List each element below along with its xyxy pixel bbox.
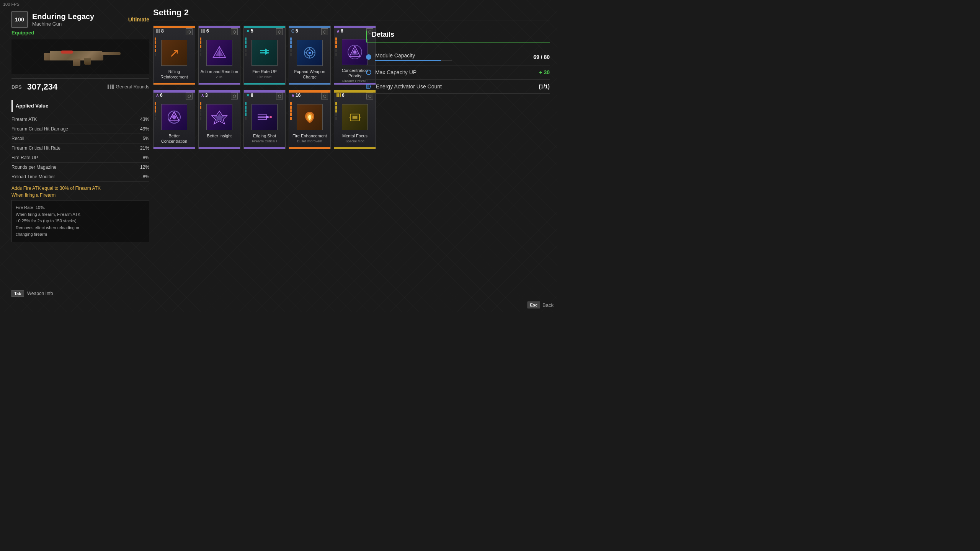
- dps-label: DPS: [11, 84, 22, 90]
- ammo-type: General Rounds: [108, 84, 149, 90]
- module-icon-area: [160, 103, 188, 131]
- stat-row: Firearm ATK 43%: [11, 115, 149, 124]
- gun-shape: [42, 45, 119, 68]
- module-capacity-indicator: ✕ 8: [246, 93, 253, 98]
- module-capacity-label: Module Capacity: [375, 52, 452, 59]
- module-capacity-indicator: ∧ 16: [291, 93, 301, 98]
- module-type-icon: ⬡: [321, 93, 328, 99]
- module-type-icon: ⬡: [186, 28, 193, 35]
- module-fire-rate-up[interactable]: ✕ 5 ⬡ Fire Rate UP Fire Rate: [243, 26, 286, 85]
- main-content: Setting 2 8 ⬡: [153, 8, 550, 305]
- svg-rect-31: [353, 116, 357, 119]
- max-capacity-value: + 30: [539, 69, 550, 75]
- weapon-tier: Ultimate: [128, 16, 149, 23]
- weapon-info-label: Weapon Info: [27, 291, 53, 296]
- gun-barrel: [101, 52, 121, 55]
- module-capacity-indicator: 6: [201, 28, 209, 34]
- module-category: Fire Rate: [256, 75, 273, 79]
- module-capacity-row: Module Capacity 69 / 80: [366, 49, 550, 65]
- ammo-type-label: General Rounds: [116, 84, 149, 90]
- module-icon-area: [296, 39, 323, 67]
- module-category: Bullet Improvem: [296, 139, 323, 143]
- module-capacity-indicator: 6: [336, 93, 345, 98]
- module-icon-area: [206, 103, 233, 131]
- svg-marker-27: [266, 115, 269, 119]
- module-energy-bars: [155, 102, 156, 120]
- module-capacity-indicator: ✕ 5: [246, 28, 253, 34]
- module-type-icon: ⬡: [186, 93, 193, 99]
- module-type-icon: ⬡: [321, 28, 328, 35]
- module-icon-area: [341, 39, 369, 65]
- dps-row: DPS 307,234 General Rounds: [11, 78, 149, 95]
- svg-point-9: [309, 52, 311, 54]
- weapon-image: [11, 39, 149, 74]
- weapon-header: 100 Enduring Legacy Machine Gun Ultimate: [11, 11, 149, 28]
- module-energy-bars: [155, 37, 156, 56]
- weapon-info-hint: Tab Weapon Info: [11, 290, 53, 297]
- module-icon-area: [251, 103, 278, 131]
- fps-counter: 100 FPS: [3, 2, 20, 7]
- setting-title: Setting 2: [153, 8, 550, 21]
- energy-activator-value: (1/1): [539, 83, 550, 90]
- energy-activator-icon: [366, 83, 372, 90]
- gun-mag: [84, 58, 91, 65]
- max-capacity-label: Max Capacity UP: [375, 69, 416, 75]
- module-type-icon: ⬡: [276, 93, 283, 99]
- module-edging-shot[interactable]: ✕ 8 ⬡ Edging Shot Firearm Critical I: [243, 90, 286, 149]
- dps-value: 307,234: [27, 82, 58, 92]
- module-energy-bars: [290, 102, 292, 120]
- module-icon-area: [341, 103, 369, 131]
- energy-activator-row: Energy Activator Use Count (1/1): [366, 80, 550, 94]
- module-capacity-indicator: C 5: [291, 28, 298, 34]
- module-energy-bars: [245, 102, 247, 120]
- module-rifling-reinforcement[interactable]: 8 ⬡ ↗ Rifling Reinforcement: [153, 26, 195, 85]
- module-name: Better Insight: [206, 133, 234, 139]
- module-action-reaction[interactable]: 6 ⬡ Action and Reaction ATK: [198, 26, 240, 85]
- module-mental-focus[interactable]: 6 ⬡ Mental Focus Special Mod: [334, 90, 376, 149]
- module-name: Rifling Reinforcement: [154, 69, 195, 80]
- module-category: Special Mod: [344, 139, 366, 143]
- module-better-concentration[interactable]: ∧ 6 ⬡ Better Concentration: [153, 90, 195, 149]
- gun-handle: [73, 59, 80, 66]
- energy-activator-label: Energy Activator Use Count: [376, 83, 442, 90]
- details-panel: Details Module Capacity 69 / 80 Max Capa…: [366, 31, 550, 94]
- stat-row: Rounds per Magazine 12%: [11, 163, 149, 172]
- capacity-bar-container: [375, 60, 452, 61]
- svg-point-28: [270, 116, 272, 118]
- applied-value-header: Applied Value: [11, 100, 149, 112]
- module-capacity-value: 69 / 80: [533, 54, 550, 60]
- module-energy-bars: [335, 102, 337, 120]
- module-better-insight[interactable]: ∧ 3 ⬡ Better Insight: [198, 90, 240, 149]
- module-category: Firearm Critical I: [341, 79, 369, 83]
- module-capacity-indicator: ∧ 6: [156, 93, 163, 98]
- module-energy-bars: [245, 37, 247, 56]
- module-energy-bars: [200, 102, 201, 120]
- gun-accent: [61, 51, 73, 54]
- capacity-bar-fill: [375, 60, 441, 61]
- fire-description: Fire Rate -10%. When firing a firearm, F…: [11, 200, 149, 242]
- equipped-label: Equipped: [11, 30, 149, 36]
- details-title: Details: [366, 31, 550, 42]
- module-type-icon: ⬡: [231, 93, 238, 99]
- module-capacity-indicator: ∧ 6: [336, 28, 343, 34]
- module-capacity-indicator: ∧ 3: [201, 93, 208, 98]
- module-icon-area: ↗: [160, 39, 188, 67]
- module-name: Action and Reaction: [199, 69, 240, 74]
- left-panel: 100 Enduring Legacy Machine Gun Ultimate…: [11, 11, 149, 301]
- module-energy-bars: [335, 37, 337, 56]
- module-fire-enhancement[interactable]: ∧ 16 ⬡ Fire Enhancement Bullet Improvem: [289, 90, 331, 149]
- stat-row: Firearm Critical Hit Damage 49%: [11, 124, 149, 134]
- module-name: Fire Rate UP: [251, 69, 278, 74]
- module-energy-bars: [200, 37, 201, 56]
- stat-row: Firearm Critical Hit Rate 21%: [11, 143, 149, 153]
- module-expand-weapon-charge[interactable]: C 5 ⬡ Expand Weapon Charge: [289, 26, 331, 85]
- ammo-icon: [108, 85, 114, 89]
- module-name: Fire Enhancement: [291, 133, 328, 139]
- module-icon-area: [251, 39, 278, 67]
- max-capacity-row: Max Capacity UP + 30: [366, 65, 550, 80]
- fire-atk-bonus: Adds Fire ATK equal to 30% of Firearm AT…: [11, 186, 149, 191]
- module-name: Edging Shot: [252, 133, 278, 139]
- stat-row: Recoil 5%: [11, 134, 149, 143]
- tab-key: Tab: [11, 290, 24, 297]
- weapon-name: Enduring Legacy: [32, 12, 94, 21]
